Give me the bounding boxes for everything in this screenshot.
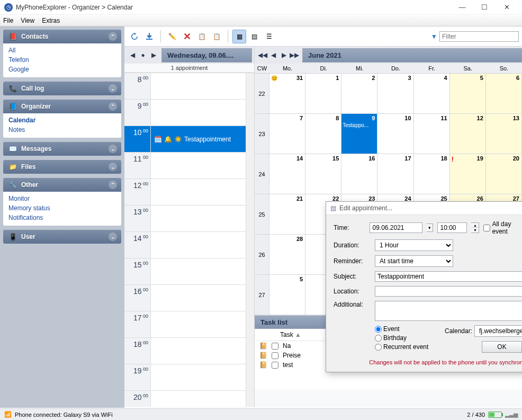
task-col-task[interactable]: Task [280,331,293,338]
new-event-button[interactable]: 📋 [195,30,209,43]
today-button[interactable]: ● [138,50,148,60]
month-day[interactable]: 6 [486,74,522,114]
menu-view[interactable]: View [21,17,34,24]
sidebar-item-google[interactable]: Google [8,65,116,74]
task-checkbox[interactable] [272,343,278,350]
sidebar-contacts-header[interactable]: 📕Contacts⌃ [3,30,121,43]
month-day[interactable]: 4 [414,74,450,114]
messages-icon: ✉️ [7,144,18,154]
task-icon: 📔 [259,342,267,350]
sidebar-user-header[interactable]: 📱User⌄ [3,230,121,244]
location-input[interactable] [375,286,522,297]
date-dropdown-icon[interactable]: ▾ [427,224,433,232]
radio-event[interactable]: Event [375,325,428,333]
label-location: Location: [334,288,371,295]
sidebar-files-header[interactable]: 📁Files⌄ [3,160,121,174]
task-checkbox[interactable] [272,352,278,359]
radio-birthday[interactable]: Birthday [375,334,428,342]
sidebar-calllog-header[interactable]: 📞Call log⌄ [3,82,121,95]
reminder-select[interactable]: At start time [375,255,453,267]
month-day[interactable]: 5 [269,275,305,315]
date-input[interactable] [370,222,422,233]
label-time: Time: [334,224,365,231]
last-month-button[interactable]: ▶▶ [290,50,299,60]
month-day[interactable]: 13 [486,114,522,154]
minimize-button[interactable]: — [451,1,473,14]
time-spinner[interactable]: ▲▼ [471,222,479,233]
month-day[interactable]: 12 [450,114,486,154]
allday-checkbox[interactable]: All day event [483,220,522,235]
dialog-title: Edit appointment... [339,204,392,212]
month-day[interactable]: 17 [377,154,413,194]
delete-button[interactable]: ✕ [180,30,194,43]
month-day[interactable]: 3 [377,74,413,114]
calendar-icon: ▤ [330,204,336,212]
month-day[interactable]: 8 [305,114,341,154]
sidebar-item-notifications[interactable]: Notifications [8,213,116,222]
sidebar-item-memory[interactable]: Memory status [8,203,116,213]
calendar-select[interactable]: fj.wechselberger@gmail [474,325,522,337]
additional-input[interactable] [375,301,522,321]
maximize-button[interactable]: ☐ [473,1,496,14]
sidebar-item-notes[interactable]: Notes [8,125,116,135]
day-view: ◀ ● ▶ Wednesday, 09.06.... 1 appointment… [124,47,255,407]
download-button[interactable] [142,30,156,43]
first-month-button[interactable]: ◀◀ [258,50,267,60]
task-checkbox[interactable] [272,362,278,369]
month-day[interactable]: 9Testappo... [341,114,377,154]
menu-bar: File View Extras [0,15,522,26]
radio-recurrent[interactable]: Recurrent event [375,343,428,351]
month-day[interactable]: 31😊 [269,74,305,114]
month-day[interactable]: 11 [414,114,450,154]
sync-button[interactable] [128,30,141,43]
day-scrollbar[interactable] [246,73,254,407]
chevron-up-icon: ⌃ [109,32,117,41]
menu-file[interactable]: File [3,17,13,24]
ok-button[interactable]: OK [482,341,522,353]
next-day-button[interactable]: ▶ [149,50,158,60]
next-month-button[interactable]: ▶ [279,50,289,60]
toolbar: ✏️ ✕ 📋 📋 ▦ ▤ ☰ ▼ [124,26,522,47]
battery-icon [488,412,502,418]
sidebar-messages-header[interactable]: ✉️Messages⌄ [3,142,121,156]
new-task-button[interactable]: 📋 [210,30,223,43]
menu-extras[interactable]: Extras [42,17,60,24]
sidebar-item-all[interactable]: All [8,46,116,55]
contacts-icon: 📕 [7,32,18,41]
sidebar-item-monitor[interactable]: Monitor [8,194,116,203]
month-day[interactable]: 28 [269,235,305,275]
duration-select[interactable]: 1 Hour [375,239,453,251]
sidebar-other-header[interactable]: 🔧Other⌃ [3,178,121,192]
month-day[interactable]: 1 [305,74,341,114]
month-day[interactable]: 2 [341,74,377,114]
month-day[interactable]: 21 [269,194,305,235]
month-day[interactable]: 14 [269,154,305,194]
prev-day-button[interactable]: ◀ [128,50,137,60]
month-day[interactable]: 19! [450,154,486,194]
month-day[interactable]: 5 [450,74,486,114]
day-appointment[interactable]: 🗓️🔔☀️ Testappointment [151,126,254,152]
month-day[interactable]: 10 [377,114,413,154]
month-day[interactable]: 7 [269,114,305,154]
filter-input[interactable] [439,31,519,42]
day-view-button[interactable]: ▦ [232,30,246,43]
sidebar-organizer-header[interactable]: 📘Organizer⌃ [3,100,121,113]
month-day[interactable]: 16 [341,154,377,194]
week-view-button[interactable]: ▤ [247,30,261,43]
month-view-button[interactable]: ☰ [262,30,276,43]
close-button[interactable]: ✕ [496,1,518,14]
user-icon: 📱 [7,232,18,242]
sidebar-item-telefon[interactable]: Telefon [8,55,116,65]
time-input[interactable] [437,222,467,233]
sidebar-item-calendar[interactable]: Calendar [8,115,116,125]
month-day[interactable]: 15 [305,154,341,194]
app-icon: ◷ [4,3,13,12]
edit-button[interactable]: ✏️ [165,30,179,43]
other-icon: 🔧 [7,180,18,190]
subject-input[interactable] [375,271,522,282]
prev-month-button[interactable]: ◀ [268,50,278,60]
day-title: Wednesday, 09.06.... [161,48,252,62]
month-day[interactable]: 20 [486,154,522,194]
month-day[interactable]: 18 [414,154,450,194]
label-subject: Subject: [334,273,371,280]
